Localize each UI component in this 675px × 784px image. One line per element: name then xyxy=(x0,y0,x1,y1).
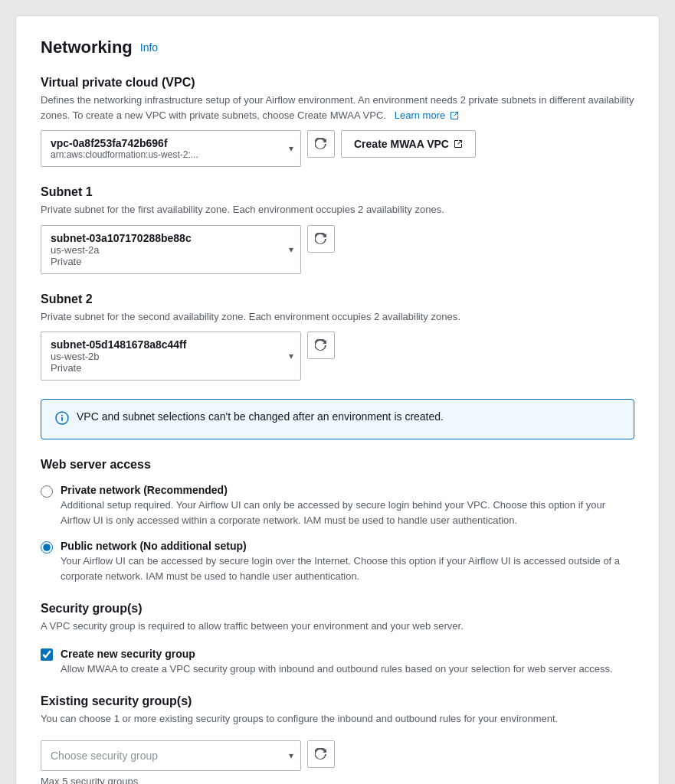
subnet1-section: Subnet 1 Private subnet for the first av… xyxy=(41,185,634,274)
existing-sg-select-wrapper: Choose security group ▾ xyxy=(41,740,301,771)
vpc-select-wrapper: vpc-0a8f253fa742b696f arn:aws:cloudforma… xyxy=(41,130,301,167)
subnet1-select-wrapper: subnet-03a107170288be88c us-west-2a Priv… xyxy=(41,225,301,274)
subnet2-title: Subnet 2 xyxy=(41,292,634,306)
public-network-radio[interactable] xyxy=(41,541,53,554)
refresh-icon xyxy=(315,339,327,351)
page-title: Networking xyxy=(41,38,133,57)
existing-sg-desc: You can choose 1 or more existing securi… xyxy=(41,711,634,727)
public-network-label: Public network (No additional setup) xyxy=(61,540,634,552)
subnet1-desc: Private subnet for the first availabilit… xyxy=(41,202,634,217)
subnet2-section: Subnet 2 Private subnet for the second a… xyxy=(41,292,634,381)
private-network-option: Private network (Recommended) Additional… xyxy=(41,484,634,528)
vpc-section-desc: Defines the networking infrastructure se… xyxy=(41,93,634,122)
security-groups-desc: A VPC security group is required to allo… xyxy=(41,619,634,634)
create-security-group-desc: Allow MWAA to create a VPC security grou… xyxy=(61,662,613,677)
vpc-select[interactable]: vpc-0a8f253fa742b696f arn:aws:cloudforma… xyxy=(41,130,301,167)
web-server-radio-group: Private network (Recommended) Additional… xyxy=(41,484,634,583)
public-network-desc: Your Airflow UI can be accessed by secur… xyxy=(61,554,634,583)
private-network-label: Private network (Recommended) xyxy=(61,484,634,496)
private-network-radio[interactable] xyxy=(41,485,53,498)
create-security-group-row: Create new security group Allow MWAA to … xyxy=(41,648,634,677)
subnet1-refresh-button[interactable] xyxy=(307,225,335,253)
networking-card: Networking Info Virtual private cloud (V… xyxy=(15,15,660,784)
subnet1-select[interactable]: subnet-03a107170288be88c us-west-2a Priv… xyxy=(41,225,301,274)
info-link[interactable]: Info xyxy=(140,41,158,54)
svg-point-2 xyxy=(61,415,63,416)
public-network-option: Public network (No additional setup) You… xyxy=(41,540,634,583)
subnet1-title: Subnet 1 xyxy=(41,185,634,199)
existing-sg-refresh-button[interactable] xyxy=(307,740,335,768)
subnet2-desc: Private subnet for the second availabili… xyxy=(41,309,634,325)
refresh-icon xyxy=(315,233,327,245)
vpc-info-notice: VPC and subnet selections can't be chang… xyxy=(41,399,634,439)
subnet2-select[interactable]: subnet-05d1481678a8c44ff us-west-2b Priv… xyxy=(41,332,301,381)
max-security-groups-note: Max 5 security groups xyxy=(41,776,634,785)
create-security-group-checkbox[interactable] xyxy=(41,648,53,661)
existing-sg-select[interactable]: Choose security group xyxy=(41,740,301,771)
security-groups-title: Security group(s) xyxy=(41,602,634,616)
vpc-info-text: VPC and subnet selections can't be chang… xyxy=(77,410,444,423)
create-mwaa-vpc-button[interactable]: Create MWAA VPC xyxy=(341,130,476,158)
vpc-learn-more-link[interactable]: Learn more xyxy=(392,109,459,121)
web-server-section: Web server access Private network (Recom… xyxy=(41,458,634,583)
existing-sg-controls: Choose security group ▾ xyxy=(41,740,634,771)
external-link-icon xyxy=(450,111,459,120)
existing-security-groups-section: Existing security group(s) You can choos… xyxy=(41,694,634,784)
subnet2-select-wrapper: subnet-05d1481678a8c44ff us-west-2b Priv… xyxy=(41,332,301,381)
security-groups-section: Security group(s) A VPC security group i… xyxy=(41,602,634,676)
web-server-title: Web server access xyxy=(41,458,634,472)
info-circle-icon xyxy=(55,411,69,428)
vpc-section-title: Virtual private cloud (VPC) xyxy=(41,76,634,90)
svg-rect-1 xyxy=(61,417,63,422)
vpc-refresh-button[interactable] xyxy=(307,130,335,158)
existing-sg-title: Existing security group(s) xyxy=(41,694,634,708)
private-network-desc: Additional setup required. Your Airflow … xyxy=(61,498,634,528)
refresh-icon xyxy=(315,748,327,760)
vpc-controls: vpc-0a8f253fa742b696f arn:aws:cloudforma… xyxy=(41,130,634,167)
vpc-section: Virtual private cloud (VPC) Defines the … xyxy=(41,76,634,167)
subnet2-refresh-button[interactable] xyxy=(307,332,335,359)
external-link-icon xyxy=(454,139,463,149)
create-security-group-label: Create new security group xyxy=(61,648,613,660)
subnet2-controls: subnet-05d1481678a8c44ff us-west-2b Priv… xyxy=(41,332,634,381)
refresh-icon xyxy=(315,138,327,150)
page-header: Networking Info xyxy=(41,38,634,57)
subnet1-controls: subnet-03a107170288be88c us-west-2a Priv… xyxy=(41,225,634,274)
